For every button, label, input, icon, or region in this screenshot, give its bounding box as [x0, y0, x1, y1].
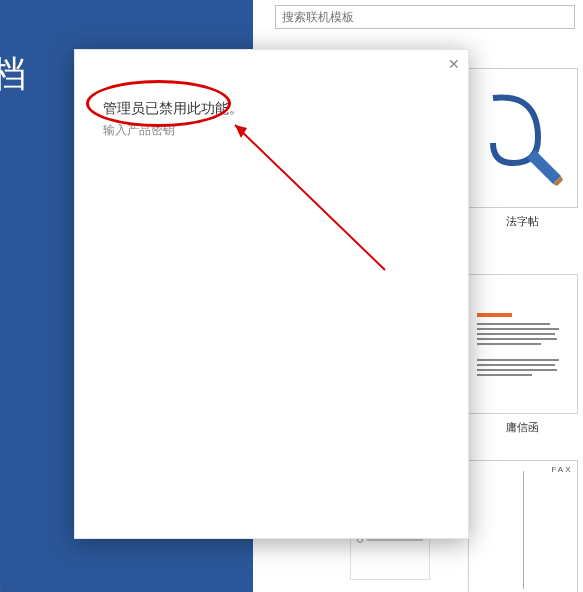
template-label: 法字帖 [465, 214, 580, 229]
page-title: 档 [0, 50, 26, 99]
fax-icon: FAX [469, 461, 577, 592]
recent-item-name[interactable]: s [0, 197, 1, 215]
recent-item-path: -Hagen [0, 217, 1, 232]
brush-icon [483, 88, 563, 188]
recent-item-path: bi » 2017-9-4 64 [0, 389, 1, 404]
recent-item-path: bi » 2017-9-4 64 [0, 527, 1, 542]
svg-marker-0 [527, 150, 561, 184]
dialog-subtext: 输入产品密钥 [103, 122, 175, 139]
search-input[interactable] [275, 5, 575, 29]
document-icon [469, 301, 577, 387]
recent-item-path: bi » 2017-9-4 64 [0, 484, 1, 499]
activation-dialog: ✕ 管理员已禁用此功能。 输入产品密钥 [74, 49, 469, 539]
recent-item-path: bi » 2017-9-6 6 [0, 294, 1, 309]
template-tile-calligraphy[interactable]: 法字帖 [465, 68, 580, 229]
recent-documents: s -Hagen bi » 2017-9-6 6 bi » 2017-9-6 6… [0, 185, 1, 592]
recent-item-path: bi » 2017-9-6 6 [0, 251, 1, 266]
recent-item-path: bi » 2017-8-29 646275 [0, 581, 1, 592]
template-thumb: FAX [468, 460, 578, 592]
template-tile-letter[interactable]: 庸信函 [465, 274, 580, 435]
template-thumb [468, 274, 578, 414]
recent-item-name[interactable]: se report of / [0, 422, 1, 440]
template-thumb [468, 68, 578, 208]
recent-item-name[interactable]: st expense rep [0, 327, 1, 345]
dialog-message: 管理员已禁用此功能。 [103, 100, 243, 118]
recent-item-path: » 2017-9-4 Au [0, 443, 1, 458]
close-icon[interactable]: ✕ [448, 56, 460, 72]
template-label: 庸信函 [465, 420, 580, 435]
recent-item-path: » 2017-8 [0, 348, 1, 363]
fax-label: FAX [551, 465, 572, 474]
template-tile-fax[interactable]: FAX [465, 460, 580, 592]
